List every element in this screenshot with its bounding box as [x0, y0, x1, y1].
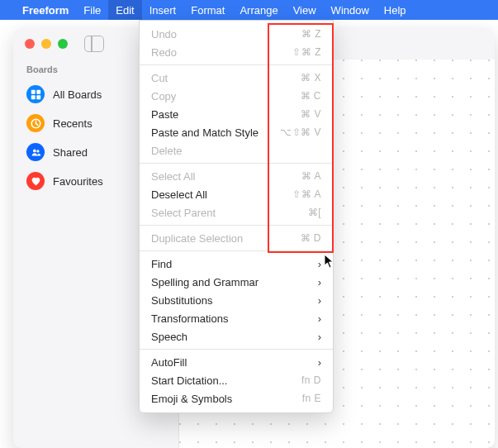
menu-item-label: Start Dictation...: [151, 374, 301, 387]
menubar-app[interactable]: Freeform: [15, 0, 76, 20]
close-window-button[interactable]: [25, 39, 35, 49]
menu-item-shortcut: ⌘ A: [301, 170, 321, 182]
menu-item-transformations[interactable]: Transformations›: [140, 309, 333, 327]
chevron-right-icon: ›: [318, 294, 321, 307]
sidebar-item-label: Shared: [53, 146, 88, 159]
menu-separator: [140, 349, 333, 350]
menu-item-label: Redo: [151, 46, 292, 59]
menu-item-label: Cut: [151, 72, 301, 84]
menu-item-undo[interactable]: Undo⌘ Z: [140, 25, 333, 43]
menubar-item-file[interactable]: File: [76, 0, 108, 20]
menu-item-duplicate-selection[interactable]: Duplicate Selection⌘ D: [140, 229, 333, 247]
menu-item-spelling-and-grammar[interactable]: Spelling and Grammar›: [140, 273, 333, 291]
menubar-item-format[interactable]: Format: [183, 0, 232, 20]
menu-item-substitutions[interactable]: Substitutions›: [140, 291, 333, 309]
menu-item-select-all[interactable]: Select All⌘ A: [140, 167, 333, 185]
menu-item-delete[interactable]: Delete: [140, 141, 333, 160]
menu-item-label: Delete: [151, 145, 321, 157]
svg-point-5: [33, 149, 36, 152]
menu-item-speech[interactable]: Speech›: [140, 327, 333, 346]
chevron-right-icon: ›: [318, 331, 321, 343]
menubar-item-window[interactable]: Window: [324, 0, 377, 20]
menu-item-label: Paste: [151, 108, 301, 121]
svg-point-6: [36, 150, 39, 152]
menu-separator: [140, 250, 333, 251]
menu-item-paste[interactable]: Paste⌘ V: [140, 105, 333, 123]
menu-item-shortcut: fn E: [302, 393, 321, 404]
menu-item-label: Paste and Match Style: [151, 126, 280, 139]
chevron-right-icon: ›: [318, 276, 321, 288]
menu-item-label: Find: [151, 258, 318, 270]
menu-item-shortcut: ⌘ Z: [301, 28, 321, 40]
menu-item-emoji-symbols[interactable]: Emoji & Symbolsfn E: [140, 389, 333, 407]
menu-item-shortcut: fn D: [301, 374, 321, 386]
chevron-right-icon: ›: [318, 356, 321, 369]
menu-item-label: Undo: [151, 28, 301, 41]
sidebar-item-label: Recents: [53, 117, 92, 130]
sidebar-item-label: All Boards: [53, 88, 102, 101]
heart-icon: [26, 172, 45, 190]
menu-item-label: Duplicate Selection: [151, 232, 301, 245]
menu-item-shortcut: ⌥⇧⌘ V: [280, 126, 321, 138]
menu-separator: [140, 64, 333, 65]
menu-item-label: Deselect All: [151, 188, 292, 201]
menu-item-shortcut: ⌘ D: [301, 232, 322, 244]
toggle-sidebar-button[interactable]: [84, 36, 104, 52]
menubar-item-arrange[interactable]: Arrange: [232, 0, 285, 20]
svg-rect-1: [36, 89, 40, 93]
menu-separator: [140, 163, 333, 164]
menu-item-label: Copy: [151, 90, 301, 102]
menu-item-autofill[interactable]: AutoFill›: [140, 353, 333, 371]
mouse-cursor-icon: [324, 254, 335, 269]
menubar-item-insert[interactable]: Insert: [142, 0, 184, 20]
menu-item-label: Select Parent: [151, 207, 308, 219]
menubar-item-edit[interactable]: Edit: [108, 0, 141, 20]
menu-item-find[interactable]: Find›: [140, 255, 333, 273]
menubar-item-help[interactable]: Help: [377, 0, 414, 20]
menu-item-label: Speech: [151, 331, 318, 343]
sidebar-item-label: Favourites: [53, 175, 103, 188]
menu-item-label: Emoji & Symbols: [151, 393, 302, 405]
menu-item-shortcut: ⇧⌘ A: [292, 188, 321, 200]
svg-rect-2: [31, 95, 35, 99]
minimize-window-button[interactable]: [41, 39, 51, 49]
menu-item-copy[interactable]: Copy⌘ C: [140, 87, 333, 105]
edit-menu: Undo⌘ Z Redo⇧⌘ Z Cut⌘ X Copy⌘ C Paste⌘ V…: [139, 20, 334, 413]
menu-item-label: Transformations: [151, 312, 318, 325]
svg-rect-0: [31, 89, 35, 93]
menu-item-label: Select All: [151, 170, 301, 183]
menu-item-redo[interactable]: Redo⇧⌘ Z: [140, 43, 333, 61]
menu-separator: [140, 225, 333, 226]
menu-item-paste-and-match-style[interactable]: Paste and Match Style⌥⇧⌘ V: [140, 123, 333, 141]
menu-item-shortcut: ⇧⌘ Z: [292, 46, 321, 58]
clock-icon: [26, 114, 45, 132]
grid-icon: [26, 85, 45, 103]
chevron-right-icon: ›: [318, 312, 321, 325]
menu-item-cut[interactable]: Cut⌘ X: [140, 69, 333, 87]
menubar-item-view[interactable]: View: [286, 0, 324, 20]
menu-item-shortcut: ⌘ X: [301, 72, 321, 83]
menu-item-label: Substitutions: [151, 294, 318, 307]
menubar: Freeform FileEditInsertFormatArrangeView…: [0, 0, 498, 20]
menu-item-deselect-all[interactable]: Deselect All⇧⌘ A: [140, 185, 333, 203]
menu-item-select-parent[interactable]: Select Parent⌘[: [140, 203, 333, 222]
menu-item-shortcut: ⌘ C: [301, 90, 322, 102]
zoom-window-button[interactable]: [58, 39, 68, 49]
menu-item-start-dictation[interactable]: Start Dictation...fn D: [140, 371, 333, 389]
menu-item-shortcut: ⌘ V: [301, 108, 321, 120]
svg-rect-3: [36, 95, 40, 99]
menu-item-shortcut: ⌘[: [308, 207, 321, 218]
menu-item-label: Spelling and Grammar: [151, 276, 318, 288]
chevron-right-icon: ›: [318, 258, 321, 270]
menu-item-label: AutoFill: [151, 356, 318, 369]
people-icon: [26, 143, 45, 161]
